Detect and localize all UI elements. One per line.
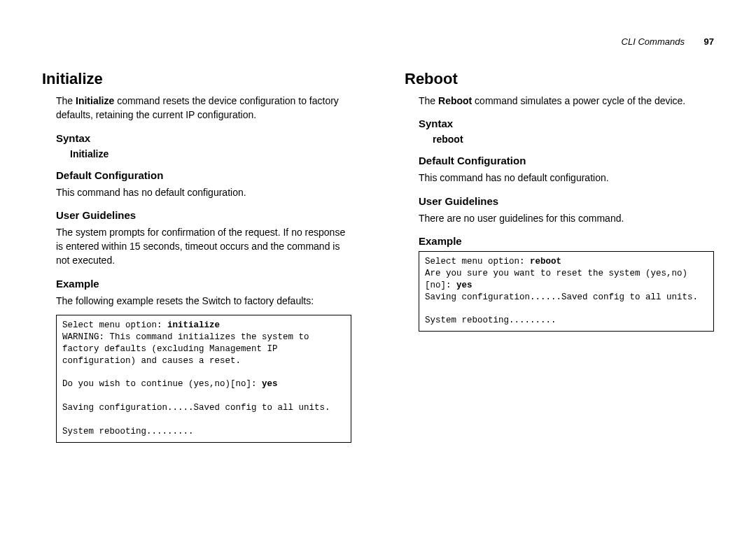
page-number: 97: [704, 36, 714, 47]
reboot-syntax-heading: Syntax: [419, 118, 714, 129]
initialize-userg-heading: User Guidelines: [56, 209, 351, 221]
reboot-userg-heading: User Guidelines: [419, 195, 714, 207]
reboot-example-heading: Example: [419, 235, 714, 247]
reboot-intro: The Reboot command simulates a power cyc…: [419, 94, 714, 108]
initialize-title: Initialize: [42, 70, 351, 88]
initialize-defconf-heading: Default Configuration: [56, 169, 351, 181]
initialize-code-block: Select menu option: initialize WARNING: …: [56, 315, 351, 443]
code-answer-yes: yes: [456, 280, 472, 290]
initialize-syntax-heading: Syntax: [56, 132, 351, 144]
code-cmd-reboot: reboot: [530, 257, 561, 266]
left-column: Initialize The Initialize command resets…: [42, 70, 351, 443]
code-answer-yes: yes: [262, 379, 278, 389]
reboot-code-block: Select menu option: reboot Are you sure …: [419, 251, 714, 332]
initialize-cmd-name: Initialize: [76, 95, 114, 106]
initialize-syntax-word: Initialize: [70, 148, 351, 159]
header-title: CLI Commands: [622, 36, 685, 47]
reboot-defconf-heading: Default Configuration: [419, 155, 714, 166]
reboot-cmd-name: Reboot: [438, 95, 472, 106]
code-cmd-initialize: initialize: [167, 320, 220, 330]
initialize-example-heading: Example: [56, 278, 351, 290]
initialize-example-text: The following example resets the Switch …: [56, 294, 351, 308]
page-header: CLI Commands 97: [622, 36, 714, 47]
reboot-userg-text: There are no user guidelines for this co…: [419, 211, 714, 225]
initialize-intro: The Initialize command resets the device…: [56, 94, 351, 122]
initialize-userg-text: The system prompts for confirmation of t…: [56, 225, 351, 268]
content-columns: Initialize The Initialize command resets…: [42, 70, 714, 443]
reboot-syntax-word: reboot: [433, 134, 714, 145]
reboot-defconf-text: This command has no default configuratio…: [419, 171, 714, 185]
right-column: Reboot The Reboot command simulates a po…: [405, 70, 714, 443]
reboot-title: Reboot: [405, 70, 714, 88]
initialize-defconf-text: This command has no default configuratio…: [56, 185, 351, 199]
